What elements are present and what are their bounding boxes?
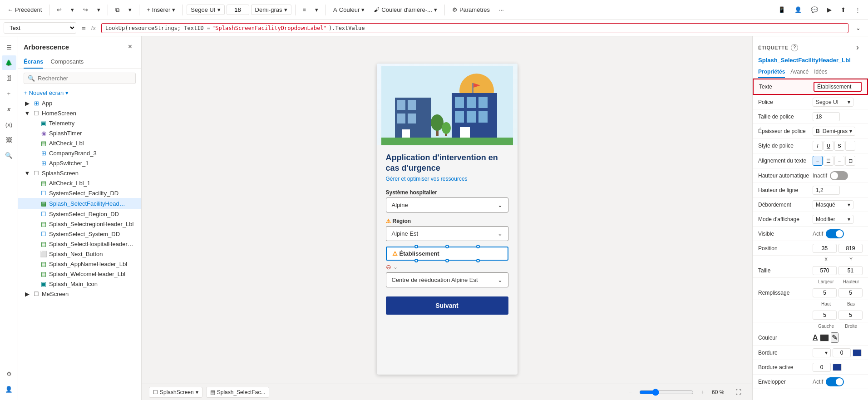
tab-properties[interactable]: Propriétés	[758, 66, 785, 78]
search-input[interactable]	[38, 75, 132, 82]
formula-expand-button[interactable]: ⌄	[852, 23, 864, 33]
formula-input[interactable]: LookUp(resourceStrings; TextID = "Splash…	[101, 23, 848, 33]
screen-tab-2[interactable]: ▤ Splash_SelectFac...	[206, 387, 270, 398]
strikethrough-button[interactable]: S	[834, 141, 844, 151]
tree-item-welcome-lbl[interactable]: ▤ Splash_WelcomeHeader_Lbl	[18, 269, 141, 279]
active-border-color-swatch[interactable]	[833, 364, 842, 371]
tab-screens[interactable]: Écrans	[24, 55, 43, 69]
prop-font-dropdown[interactable]: Segoe UI ▾	[813, 98, 853, 107]
submit-button[interactable]: Suivant	[386, 296, 508, 315]
color-picker-button[interactable]: ✎	[831, 332, 838, 343]
tree-item-appname-lbl[interactable]: ▤ Splash_AppNameHeader_Lbl	[18, 259, 141, 269]
prop-font-size-input[interactable]	[813, 112, 840, 121]
settings-button[interactable]: ⚙ Paramètres	[449, 5, 493, 15]
menu-icon-button[interactable]: ☰	[2, 40, 16, 54]
tab-components[interactable]: Composants	[50, 55, 84, 69]
help-icon[interactable]: ?	[791, 44, 798, 51]
screen-tab-1[interactable]: ☐ SplashScreen ▾	[149, 387, 202, 398]
comment-icon-button[interactable]: 💬	[807, 5, 822, 15]
align-button[interactable]: ≡	[299, 5, 310, 15]
search-icon-button[interactable]: 🔍	[2, 148, 16, 163]
more2-button[interactable]: ⋮	[851, 5, 864, 15]
border-color-swatch[interactable]	[853, 349, 862, 356]
fit-button[interactable]: ⛶	[732, 387, 745, 397]
text-color-swatch[interactable]	[820, 334, 829, 341]
redo-button[interactable]: ↪	[79, 5, 92, 15]
font-dropdown[interactable]: Segoe UI ▾	[187, 5, 224, 15]
establishment-dropdown[interactable]: Centre de rééducation Alpine Est ⌄	[386, 272, 508, 287]
border-style-dropdown[interactable]: — ▾	[813, 348, 831, 357]
formula-type-select[interactable]: Text	[4, 22, 76, 34]
padding-left-input[interactable]	[813, 311, 837, 320]
canvas-scroll[interactable]: Application d'intervention en cas d'urge…	[142, 36, 752, 384]
align-dropdown[interactable]: ▾	[311, 5, 322, 15]
tree-item-splashtimer[interactable]: ◉ SplashTimer	[18, 128, 141, 138]
size-h-input[interactable]	[838, 266, 863, 275]
color-button[interactable]: A Couleur ▾	[330, 5, 368, 15]
tab-advanced[interactable]: Avancé	[790, 66, 809, 78]
padding-right-input[interactable]	[838, 311, 863, 320]
tree-item-system-dd[interactable]: ☐ SystemSelect_System_DD	[18, 229, 141, 239]
tree-item-mescreen[interactable]: ▶ ☐ MeScreen	[18, 289, 141, 299]
tree-item-hospital-header-lbl[interactable]: ▤ Splash_SelectHospitalHeader_Lbl	[18, 239, 141, 249]
align-left-button[interactable]: ≡	[813, 156, 823, 166]
tree-item-next-button[interactable]: ⬜ Splash_Next_Button	[18, 249, 141, 259]
share-button[interactable]: ⬆	[837, 5, 849, 15]
tree-item-facility-dd[interactable]: ☐ SystemSelect_Facility_DD	[18, 188, 141, 198]
prop-display-mode-dropdown[interactable]: Modifier ▾	[813, 215, 853, 224]
visible-toggle[interactable]	[826, 229, 844, 238]
zoom-plus-button[interactable]: +	[697, 387, 708, 397]
tab-ideas[interactable]: Idées	[814, 66, 827, 78]
padding-top-input[interactable]	[813, 288, 837, 297]
copy-button[interactable]: ⧉	[112, 5, 123, 15]
border-width-input[interactable]	[833, 348, 851, 357]
position-y-input[interactable]	[838, 244, 863, 253]
region-dropdown[interactable]: Alpine Est ⌄	[386, 226, 508, 241]
wrap-toggle[interactable]	[826, 377, 844, 386]
underline-button[interactable]: U	[824, 141, 833, 151]
font-size-input[interactable]	[227, 5, 249, 15]
size-w-input[interactable]	[813, 266, 837, 275]
variable-icon-button[interactable]: (x)	[2, 117, 16, 132]
bg-color-button[interactable]: 🖌 Couleur d'arrière-... ▾	[370, 5, 441, 15]
insert-button[interactable]: + Insérer ▾	[143, 5, 179, 15]
new-screen-button[interactable]: + Nouvel écran ▾	[18, 88, 141, 98]
phone-icon-button[interactable]: 📱	[774, 5, 789, 15]
prop-line-height-input[interactable]	[813, 186, 840, 195]
undo-button[interactable]: ↩	[53, 5, 65, 15]
tree-item-facility-header-lbl[interactable]: ▤ Splash_SelectFacilityHeader_Lbl ···	[18, 198, 141, 209]
active-border-width-input[interactable]	[813, 363, 831, 372]
zoom-slider[interactable]	[639, 389, 694, 396]
media-icon-button[interactable]: 🖼	[2, 133, 16, 147]
prop-overflow-dropdown[interactable]: Masqué ▾	[813, 200, 853, 209]
tree-item-homescreen[interactable]: ▼ ☐ HomeScreen	[18, 108, 141, 118]
play-button[interactable]: ▶	[824, 5, 835, 15]
redo-dropdown[interactable]: ▾	[94, 5, 104, 15]
undo-dropdown[interactable]: ▾	[67, 5, 78, 15]
prop-text-input[interactable]	[814, 82, 862, 92]
tree-item-companybrand[interactable]: ⊞ CompanyBrand_3	[18, 148, 141, 158]
tree-icon-button[interactable]: 🌲	[2, 55, 16, 70]
account-icon-button[interactable]: 👤	[2, 382, 16, 396]
tree-item-appswitcher[interactable]: ⊞ AppSwitcher_1	[18, 158, 141, 168]
tree-item-altcheck-lbl[interactable]: ▤ AltCheck_Lbl	[18, 138, 141, 148]
tree-close-button[interactable]: ×	[124, 41, 136, 53]
tree-item-splashscreen[interactable]: ▼ ☐ SplashScreen	[18, 168, 141, 178]
tree-item-altcheck-lbl-1[interactable]: ▤ AltCheck_Lbl_1	[18, 178, 141, 188]
auto-height-toggle[interactable]	[830, 171, 848, 180]
data-icon-button[interactable]: 🗄	[2, 71, 16, 85]
back-button[interactable]: ← Précédent	[4, 5, 45, 15]
align-justify-button[interactable]: ⊟	[845, 156, 855, 166]
zoom-minus-button[interactable]: −	[625, 387, 636, 397]
tree-item-region-header-lbl[interactable]: ▤ Splash_SelectregionHeader_Lbl	[18, 219, 141, 229]
user-icon-button[interactable]: 👤	[791, 5, 805, 15]
plus-icon-button[interactable]: +	[2, 86, 16, 101]
panel-close-button[interactable]: ›	[853, 41, 863, 54]
minus-button[interactable]: −	[845, 141, 855, 151]
fx-icon-button[interactable]: x	[2, 102, 16, 116]
align-center-button[interactable]: ☰	[824, 156, 833, 166]
settings-bottom-button[interactable]: ⚙	[2, 366, 16, 381]
position-x-input[interactable]	[813, 244, 837, 253]
tree-item-telemetry[interactable]: ▣ Telemetry	[18, 118, 141, 128]
tree-item-app[interactable]: ▶ ⊞ App	[18, 98, 141, 108]
